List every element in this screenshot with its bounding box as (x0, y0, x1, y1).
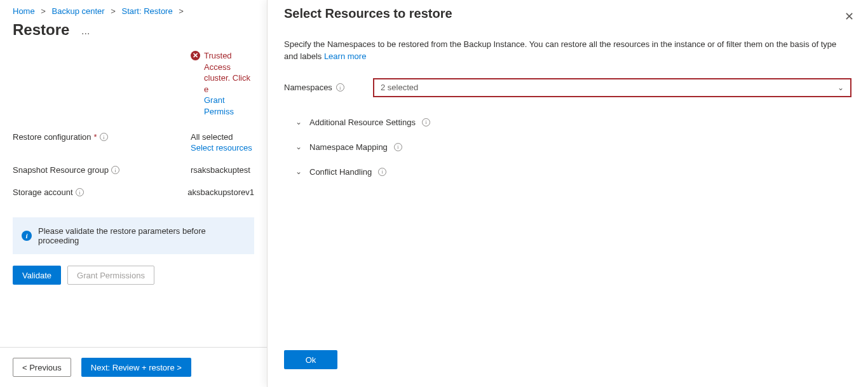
storage-account-label: Storage account (13, 187, 187, 197)
info-icon[interactable] (336, 83, 344, 92)
namespaces-dropdown[interactable]: 2 selected ⌄ (373, 78, 851, 97)
info-icon[interactable] (111, 166, 119, 174)
required-mark: * (94, 132, 97, 142)
namespaces-row: Namespaces 2 selected ⌄ (284, 74, 851, 107)
chevron-down-icon: ⌄ (295, 167, 303, 176)
panel-desc-text: Specify the Namespaces to be restored fr… (284, 39, 836, 61)
panel-footer: Ok (284, 350, 337, 369)
storage-account-value-text: aksbackupstorev1 (187, 187, 254, 197)
info-icon[interactable] (422, 118, 430, 126)
action-row: Validate Grant Permissions (0, 266, 267, 290)
snapshot-group-label: Snapshot Resource group (13, 165, 191, 175)
conflict-handling-section[interactable]: ⌄ Conflict Handling (284, 162, 851, 182)
namespaces-label-text: Namespaces (284, 83, 332, 92)
storage-account-label-text: Storage account (13, 187, 73, 197)
breadcrumb-sep: > (175, 6, 187, 16)
additional-resource-settings-section[interactable]: ⌄ Additional Resource Settings (284, 112, 851, 132)
snapshot-group-value: rsaksbackuptest (191, 165, 250, 175)
info-icon[interactable] (394, 143, 402, 151)
restore-config-row: Restore configuration * All selected Sel… (0, 126, 267, 159)
info-icon[interactable] (378, 168, 386, 176)
panel-description: Specify the Namespaces to be restored fr… (284, 26, 851, 74)
divider (0, 347, 267, 348)
select-resources-panel: Select Resources to restore ✕ Specify th… (267, 0, 868, 387)
close-icon[interactable]: ✕ (841, 9, 857, 24)
chevron-down-icon: ⌄ (295, 118, 303, 126)
more-actions-icon[interactable]: ... (81, 25, 90, 36)
namespace-mapping-section[interactable]: ⌄ Namespace Mapping (284, 137, 851, 157)
error-icon: ✕ (191, 51, 200, 60)
chevron-down-icon: ⌄ (837, 83, 844, 92)
info-icon[interactable] (76, 188, 84, 196)
info-icon[interactable] (100, 133, 108, 141)
alert-message: Trusted Access cluster. Click e Grant Pe… (204, 50, 254, 117)
snapshot-group-row: Snapshot Resource group rsaksbackuptest (0, 159, 267, 181)
grant-permissions-link[interactable]: Grant Permiss (204, 95, 234, 116)
restore-config-value: All selected Select resources (191, 132, 252, 153)
namespaces-label: Namespaces (284, 83, 373, 92)
alert-line2: cluster. Click e (204, 73, 250, 94)
namespace-mapping-label: Namespace Mapping (309, 142, 388, 152)
grant-permissions-button: Grant Permissions (67, 266, 154, 285)
breadcrumb-home[interactable]: Home (13, 6, 35, 16)
storage-account-row: Storage account aksbackupstorev1 (0, 181, 267, 203)
breadcrumb-sep: > (107, 6, 119, 16)
bottom-nav: < Previous Next: Review + restore > (13, 358, 191, 377)
previous-button[interactable]: < Previous (13, 358, 71, 377)
trusted-access-alert: ✕ Trusted Access cluster. Click e Grant … (0, 50, 267, 126)
snapshot-group-value-text: rsaksbackuptest (191, 165, 250, 175)
restore-config-value-text: All selected (191, 132, 252, 142)
validate-button[interactable]: Validate (13, 266, 61, 285)
validate-info-banner: Please validate the restore parameters b… (13, 217, 254, 254)
learn-more-link[interactable]: Learn more (324, 51, 366, 61)
info-icon (22, 231, 32, 241)
select-resources-link[interactable]: Select resources (191, 143, 252, 153)
alert-line1: Trusted Access (204, 51, 232, 72)
ok-button[interactable]: Ok (284, 350, 337, 369)
restore-config-label: Restore configuration * (13, 132, 191, 142)
conflict-handling-label: Conflict Handling (309, 167, 372, 177)
restore-config-label-text: Restore configuration (13, 132, 92, 142)
breadcrumb-backup-center[interactable]: Backup center (52, 6, 105, 16)
breadcrumb-sep: > (37, 6, 50, 16)
additional-settings-label: Additional Resource Settings (309, 118, 416, 127)
next-review-restore-button[interactable]: Next: Review + restore > (81, 358, 191, 377)
breadcrumb: Home > Backup center > Start: Restore > (0, 0, 267, 20)
chevron-down-icon: ⌄ (295, 142, 303, 151)
breadcrumb-start-restore[interactable]: Start: Restore (121, 6, 172, 16)
info-banner-text: Please validate the restore parameters b… (38, 226, 245, 245)
page-title-text: Restore (13, 21, 69, 38)
storage-account-value: aksbackupstorev1 (187, 187, 254, 197)
page-title: Restore ... (0, 20, 267, 50)
snapshot-group-label-text: Snapshot Resource group (13, 165, 109, 175)
namespaces-selected-value: 2 selected (381, 83, 418, 92)
panel-title: Select Resources to restore (284, 6, 851, 26)
